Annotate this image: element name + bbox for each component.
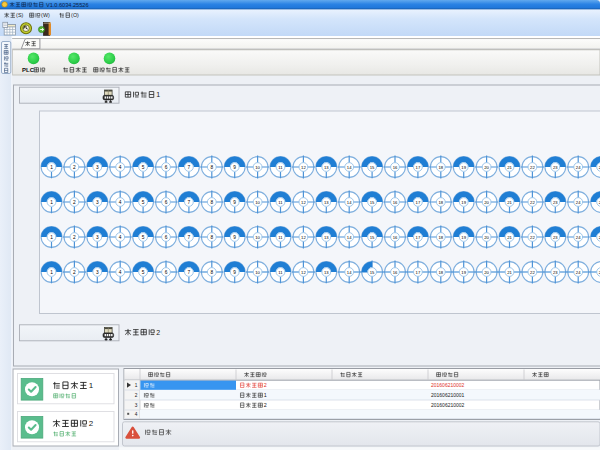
svg-text:11: 11	[278, 200, 283, 205]
svg-text:1: 1	[50, 165, 53, 170]
svg-text:15: 15	[370, 235, 375, 240]
svg-text:8: 8	[210, 165, 213, 170]
svg-text:9: 9	[233, 270, 236, 275]
svg-text:5: 5	[142, 200, 145, 205]
svg-text:15: 15	[370, 165, 375, 170]
svg-text:2: 2	[264, 382, 267, 388]
svg-text:11: 11	[278, 270, 283, 275]
svg-text:18: 18	[438, 270, 443, 275]
svg-text:9: 9	[233, 200, 236, 205]
svg-text:21: 21	[507, 200, 512, 205]
svg-text:201606210002: 201606210002	[431, 382, 465, 388]
svg-text:6: 6	[165, 235, 168, 240]
svg-text:1: 1	[50, 235, 53, 240]
svg-text:201606210002: 201606210002	[431, 402, 465, 408]
svg-text:201606210001: 201606210001	[431, 392, 465, 398]
svg-text:10: 10	[255, 200, 260, 205]
svg-text:16: 16	[393, 235, 398, 240]
svg-text:3: 3	[96, 200, 99, 205]
svg-text:3: 3	[96, 235, 99, 240]
svg-text:(W): (W)	[41, 12, 50, 18]
svg-text:1: 1	[264, 392, 267, 398]
svg-text:1: 1	[50, 270, 53, 275]
svg-text:4: 4	[119, 235, 122, 240]
svg-text:5: 5	[142, 270, 145, 275]
svg-text:10: 10	[255, 235, 260, 240]
svg-text:19: 19	[461, 165, 466, 170]
svg-text:20: 20	[484, 235, 489, 240]
svg-text:16: 16	[393, 270, 398, 275]
svg-text:17: 17	[416, 235, 421, 240]
svg-text:15: 15	[370, 200, 375, 205]
svg-text:22: 22	[530, 270, 535, 275]
svg-text:PLC: PLC	[22, 67, 35, 73]
svg-text:7: 7	[188, 235, 191, 240]
svg-text:2: 2	[156, 329, 160, 336]
svg-text:1: 1	[156, 91, 160, 98]
svg-text:9: 9	[233, 165, 236, 170]
svg-text:7: 7	[188, 270, 191, 275]
svg-text:3: 3	[135, 403, 138, 408]
svg-text:21: 21	[507, 165, 512, 170]
svg-text:17: 17	[416, 200, 421, 205]
svg-text:7: 7	[188, 200, 191, 205]
svg-text:14: 14	[347, 235, 352, 240]
svg-text:23: 23	[553, 270, 558, 275]
svg-text:11: 11	[278, 235, 283, 240]
svg-text:16: 16	[393, 165, 398, 170]
svg-text:21: 21	[507, 235, 512, 240]
svg-text:14: 14	[347, 200, 352, 205]
svg-text:12: 12	[301, 235, 306, 240]
svg-text:7: 7	[188, 165, 191, 170]
svg-text:19: 19	[461, 270, 466, 275]
svg-text:2: 2	[89, 419, 94, 428]
svg-text:11: 11	[278, 165, 283, 170]
svg-text:22: 22	[530, 165, 535, 170]
svg-text:21: 21	[507, 270, 512, 275]
svg-text:19: 19	[461, 200, 466, 205]
svg-text:24: 24	[576, 235, 581, 240]
svg-text:2: 2	[135, 393, 138, 398]
svg-text:4: 4	[119, 200, 122, 205]
svg-text:2: 2	[73, 235, 76, 240]
svg-text:6: 6	[165, 200, 168, 205]
svg-text:2: 2	[73, 270, 76, 275]
svg-text:1: 1	[135, 383, 138, 388]
svg-text:23: 23	[553, 235, 558, 240]
svg-text:23: 23	[553, 200, 558, 205]
svg-text:12: 12	[301, 270, 306, 275]
svg-text:14: 14	[347, 165, 352, 170]
svg-text:23: 23	[553, 165, 558, 170]
svg-text:4: 4	[119, 270, 122, 275]
svg-text:13: 13	[324, 235, 329, 240]
svg-text:18: 18	[438, 200, 443, 205]
svg-text:5: 5	[142, 165, 145, 170]
svg-text:1: 1	[89, 381, 94, 390]
svg-text:10: 10	[255, 270, 260, 275]
svg-text:18: 18	[438, 165, 443, 170]
svg-text:(O): (O)	[71, 12, 79, 18]
svg-text:8: 8	[210, 200, 213, 205]
svg-text:24: 24	[576, 165, 581, 170]
svg-text:2: 2	[264, 402, 267, 408]
svg-text:24: 24	[576, 200, 581, 205]
svg-text:17: 17	[416, 270, 421, 275]
svg-text:(S): (S)	[16, 12, 23, 18]
svg-text:13: 13	[324, 165, 329, 170]
svg-text:V1.0.6034.25526: V1.0.6034.25526	[46, 2, 89, 8]
svg-text:20: 20	[484, 165, 489, 170]
svg-text:3: 3	[96, 270, 99, 275]
svg-text:22: 22	[530, 200, 535, 205]
svg-text:6: 6	[165, 165, 168, 170]
svg-text:6: 6	[165, 270, 168, 275]
svg-text:18: 18	[438, 235, 443, 240]
svg-text:8: 8	[210, 235, 213, 240]
svg-text:4: 4	[119, 165, 122, 170]
svg-text:2: 2	[73, 200, 76, 205]
svg-text:5: 5	[142, 235, 145, 240]
svg-text:10: 10	[255, 165, 260, 170]
svg-text:15: 15	[370, 270, 375, 275]
svg-text:2: 2	[73, 165, 76, 170]
svg-text:12: 12	[301, 200, 306, 205]
svg-text:16: 16	[393, 200, 398, 205]
